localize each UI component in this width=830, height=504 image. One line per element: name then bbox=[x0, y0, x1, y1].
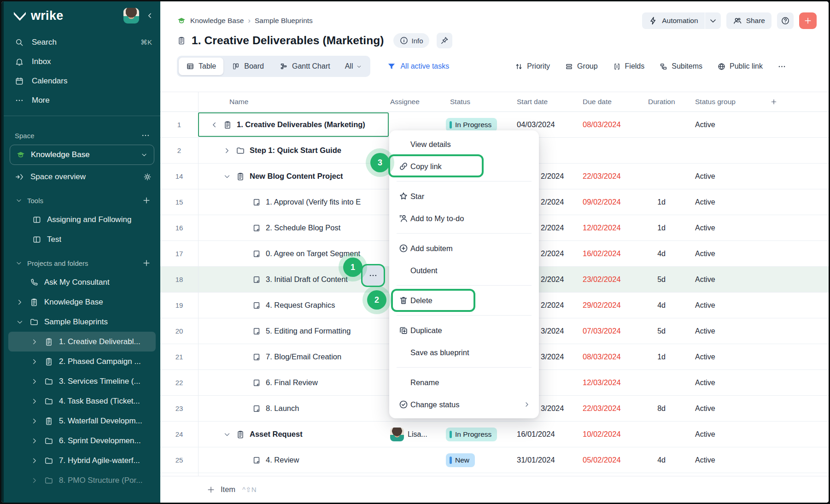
column-header-duration[interactable]: Duration bbox=[642, 92, 672, 111]
task-name-cell[interactable]: 2. Schedule Blog Post bbox=[198, 215, 389, 240]
task-name-cell[interactable]: 4. Request Graphics bbox=[198, 293, 389, 318]
duration-cell[interactable] bbox=[642, 164, 672, 189]
task-name-cell[interactable]: 5. Editing and Formatting bbox=[198, 318, 389, 344]
due-date-cell[interactable]: 12/03/2024 bbox=[577, 370, 642, 395]
status-cell[interactable]: New bbox=[444, 447, 511, 473]
chevron-right-icon[interactable] bbox=[30, 476, 39, 485]
sidebar-item-space-overview[interactable]: Space overview bbox=[4, 167, 160, 187]
gear-icon[interactable] bbox=[143, 172, 152, 182]
help-button[interactable] bbox=[777, 12, 794, 29]
task-name-cell[interactable]: Asset Request bbox=[198, 422, 389, 447]
views-all-dropdown[interactable]: All bbox=[339, 58, 369, 75]
status-badge[interactable]: In Progress bbox=[446, 428, 497, 441]
sidebar-item-more[interactable]: More bbox=[4, 91, 160, 110]
sidebar-item-6-sprint-developmen[interactable]: 6. Sprint Developmen... bbox=[4, 431, 160, 451]
task-name-cell[interactable]: 1. Creative Deliverables (Marketing) bbox=[198, 112, 389, 137]
chevron-right-icon[interactable] bbox=[30, 437, 39, 445]
due-date-cell[interactable]: 10/02/2024 bbox=[577, 422, 642, 447]
task-name-cell[interactable]: 7. Blog/Email Creation bbox=[198, 344, 389, 369]
due-date-cell[interactable]: 22/03/2024 bbox=[577, 396, 642, 421]
due-date-cell[interactable] bbox=[577, 138, 642, 163]
task-name-cell[interactable]: New Blog Content Project bbox=[198, 164, 389, 189]
sidebar-item-7-hybrid-agile-waterf[interactable]: 7. Hybrid Agile-waterf... bbox=[4, 451, 160, 470]
task-name-cell[interactable]: 1. Approval (Verify fits into E bbox=[198, 189, 389, 215]
column-header-status[interactable]: Status bbox=[444, 92, 511, 111]
wrike-logo[interactable]: wrike bbox=[13, 9, 123, 23]
duration-cell[interactable]: 5d bbox=[642, 318, 672, 344]
menu-item-delete[interactable]: Delete bbox=[389, 289, 539, 311]
sidebar-item-inbox[interactable]: Inbox bbox=[4, 52, 160, 71]
menu-item-copy-link[interactable]: Copy link bbox=[389, 155, 539, 177]
duration-cell[interactable]: 4d bbox=[642, 293, 672, 318]
menu-item-add-subitem[interactable]: Add subitem bbox=[389, 237, 539, 259]
sidebar-item-assigning-and-following[interactable]: Assigning and Following bbox=[4, 210, 160, 229]
task-name-cell[interactable]: 4. Review bbox=[198, 447, 389, 473]
chevron-right-icon[interactable] bbox=[30, 357, 39, 366]
duration-cell[interactable]: 1d bbox=[642, 344, 672, 369]
info-button[interactable]: Info bbox=[393, 33, 429, 48]
menu-item-add-to-my-to-do[interactable]: Add to My to-do bbox=[389, 207, 539, 229]
assignee-cell[interactable]: Lisa... bbox=[389, 422, 444, 447]
menu-item-save-as-blueprint[interactable]: Save as blueprint bbox=[389, 341, 539, 363]
status-badge[interactable]: New bbox=[446, 453, 475, 467]
automation-button[interactable]: Automation bbox=[642, 12, 704, 29]
menu-item-star[interactable]: Star bbox=[389, 185, 539, 207]
add-item-bar[interactable]: Item ^⇧N bbox=[160, 476, 829, 503]
task-name-cell[interactable]: 6. Final Review bbox=[198, 370, 389, 395]
start-date-cell[interactable]: 31/01/2024 bbox=[511, 447, 577, 473]
start-date-cell[interactable]: 16/01/2024 bbox=[511, 422, 577, 447]
due-date-cell[interactable]: 22/03/2024 bbox=[577, 164, 642, 189]
column-header-assignee[interactable]: Assignee bbox=[389, 92, 444, 111]
collapse-sidebar-icon[interactable] bbox=[146, 12, 154, 20]
task-name-cell[interactable]: 8. Launch bbox=[198, 396, 389, 421]
table-row-24[interactable]: 24Asset RequestLisa...In Progress16/01/2… bbox=[160, 422, 829, 447]
duration-cell[interactable]: 4d bbox=[642, 447, 672, 473]
column-header-start-date[interactable]: Start date bbox=[511, 92, 577, 111]
tab-gantt-chart[interactable]: Gantt Chart bbox=[272, 58, 338, 75]
due-date-cell[interactable]: 08/03/2024 bbox=[577, 344, 642, 369]
sidebar-item-4-task-based-ticket[interactable]: 4. Task Based (Ticket... bbox=[4, 391, 160, 411]
add-project-icon[interactable] bbox=[142, 258, 151, 268]
menu-item-change-status[interactable]: Change status bbox=[389, 393, 539, 416]
projects-section-header[interactable]: Projects and folders bbox=[4, 254, 160, 272]
share-button[interactable]: Share bbox=[726, 12, 772, 29]
assignee-cell[interactable] bbox=[389, 447, 444, 473]
filter-link[interactable]: All active tasks bbox=[387, 62, 449, 71]
pin-button[interactable] bbox=[437, 33, 452, 48]
sidebar-item-5-waterfall-developm[interactable]: 5. Waterfall Developm... bbox=[4, 411, 160, 431]
breadcrumb-space-link[interactable]: Knowledge Base bbox=[190, 17, 244, 25]
chevron-down-icon[interactable] bbox=[223, 172, 231, 181]
toolbar-fields[interactable]: Fields bbox=[613, 62, 645, 71]
duration-cell[interactable]: 5d bbox=[642, 267, 672, 292]
breadcrumb-folder-link[interactable]: Sample Blueprints bbox=[255, 17, 313, 25]
chevron-left-icon[interactable] bbox=[210, 121, 218, 129]
avatar[interactable] bbox=[123, 8, 139, 23]
sidebar-item-1-creative-deliverabl[interactable]: 1. Creative Deliverabl... bbox=[8, 332, 156, 352]
toolbar-group[interactable]: Group bbox=[565, 62, 597, 71]
due-date-cell[interactable]: 07/03/2024 bbox=[577, 318, 642, 344]
add-column-button[interactable] bbox=[765, 92, 829, 111]
sidebar-item-3-services-timeline[interactable]: 3. Services Timeline (... bbox=[4, 371, 160, 391]
sidebar-item-8-pmo-structure-por[interactable]: 8. PMO Structure (Por... bbox=[4, 470, 160, 490]
task-name-cell[interactable]: Step 1: Quick Start Guide bbox=[198, 138, 389, 163]
duration-cell[interactable] bbox=[642, 112, 672, 137]
chevron-right-icon[interactable] bbox=[30, 377, 39, 386]
menu-item-view-details[interactable]: View details bbox=[389, 133, 539, 155]
due-date-cell[interactable]: 05/02/2024 bbox=[577, 447, 642, 473]
menu-item-duplicate[interactable]: Duplicate bbox=[389, 319, 539, 341]
status-cell[interactable]: In Progress bbox=[444, 422, 511, 447]
add-tool-icon[interactable] bbox=[142, 196, 151, 205]
duration-cell[interactable] bbox=[642, 422, 672, 447]
status-badge[interactable]: In Progress bbox=[446, 118, 497, 132]
table-row-25[interactable]: 254. ReviewNew31/01/202405/02/20244dActi… bbox=[160, 447, 829, 473]
row-more-button[interactable] bbox=[362, 265, 384, 286]
due-date-cell[interactable]: 09/02/2024 bbox=[577, 189, 642, 215]
toolbar-subitems[interactable]: Subitems bbox=[659, 62, 702, 71]
toolbar-priority[interactable]: Priority bbox=[514, 62, 550, 71]
menu-item-outdent[interactable]: Outdent bbox=[389, 259, 539, 281]
chevron-right-icon[interactable] bbox=[30, 397, 39, 405]
sidebar-item-ask-my-consultant[interactable]: Ask My Consultant bbox=[4, 272, 160, 292]
sidebar-item-knowledge-base[interactable]: Knowledge Base bbox=[4, 292, 160, 312]
chevron-right-icon[interactable] bbox=[16, 298, 24, 306]
due-date-cell[interactable]: 16/02/2024 bbox=[577, 241, 642, 266]
